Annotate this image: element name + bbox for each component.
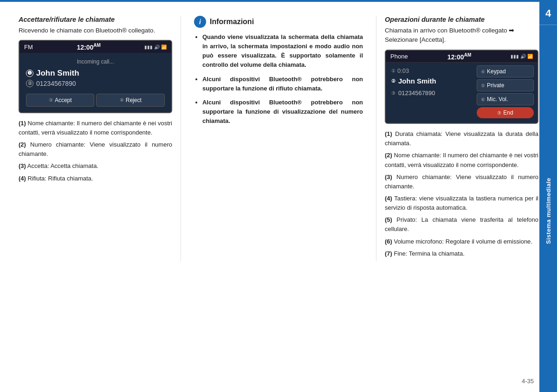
num2-badge-right: ② <box>391 78 395 84</box>
screen2-icons: ▮▮▮ 🔊 📶 <box>511 54 533 59</box>
private-label: Private <box>487 82 504 89</box>
caller-number: 01234567890 <box>36 80 76 87</box>
info-title: Informazioni <box>210 18 254 26</box>
duration-row: ① 0:03 <box>391 67 467 74</box>
info-icon: i <box>194 16 206 28</box>
left-desc-list: (1) Nome chiamante: Il numero del chiama… <box>19 119 172 183</box>
chapter-label: Sistema multimediale <box>545 178 552 244</box>
screen-time: 12:00AM <box>77 43 100 51</box>
right-desc-2: (2) Nome chiamante: Il numero del chiama… <box>385 151 538 169</box>
right-column: Operazioni durante le chiamate Chiamata … <box>376 16 538 261</box>
middle-column: i Informazioni Quando viene visualizzata… <box>181 16 376 261</box>
left-desc-2: (2) Numero chiamante: Viene visualizzato… <box>19 140 172 159</box>
active-call-screen: Phone 12:00AM ▮▮▮ 🔊 📶 ① 0:03 ② John Smit… <box>385 50 538 124</box>
num2-badge: ② <box>26 80 33 87</box>
keypad-btn[interactable]: ④ Keypad <box>477 65 534 77</box>
chapter-sidebar: 4 Sistema multimediale <box>539 2 557 392</box>
keypad-label: Keypad <box>487 68 506 75</box>
screen2-left: ① 0:03 ② John Smith ③ 01234567890 <box>386 63 473 123</box>
mic-vol-btn[interactable]: ⑥ Mic. Vol. <box>477 93 534 105</box>
chapter-number: 4 <box>539 2 557 25</box>
num4-badge-side: ④ <box>481 69 485 74</box>
screen2-label: Phone <box>390 53 408 60</box>
caller-number-row: ② 01234567890 <box>26 80 165 87</box>
screen-fm-label: FM <box>24 44 33 51</box>
info-list: Quando viene visualizzata la schermata d… <box>194 32 363 126</box>
right-desc-3: (3) Numero chiamante: Viene visualizzato… <box>385 173 538 191</box>
screen2-time: 12:00AM <box>447 52 471 61</box>
page-number: 4-35 <box>522 378 534 385</box>
num1-badge: ❶ <box>26 70 33 77</box>
screen-buttons: ③ Accept ④ Reject <box>26 94 165 107</box>
duration-num-badge: ① <box>391 68 395 73</box>
right-section-title: Operazioni durante le chiamate <box>385 16 538 23</box>
info-bullet-3: Alcuni dispositivi Bluetooth® potrebbero… <box>202 98 363 126</box>
accept-btn[interactable]: ③ Accept <box>26 94 94 107</box>
info-bullet-1: Quando viene visualizzata la schermata d… <box>202 32 363 70</box>
num3-badge: ③ <box>49 97 53 103</box>
reject-btn[interactable]: ④ Reject <box>96 94 164 107</box>
screen2-caller-name: ② John Smith <box>391 77 467 85</box>
screen2-body: ① 0:03 ② John Smith ③ 01234567890 ④ <box>386 63 538 123</box>
call-duration: 0:03 <box>397 67 409 74</box>
end-call-btn[interactable]: ⑦ End <box>477 107 534 118</box>
num5-badge-side: ⑤ <box>481 83 485 88</box>
caller-name-row: ❶ John Smith <box>26 69 165 78</box>
mic-vol-label: Mic. Vol. <box>487 96 508 103</box>
right-desc-5: (5) Privato: La chiamata viene trasferit… <box>385 215 538 234</box>
right-subtitle: Chiamata in arrivo con Bluetooth® colleg… <box>385 26 538 45</box>
page-footer: 4-35 <box>522 378 534 385</box>
left-subtitle: Ricevendo le chiamate con Bluetooth® col… <box>19 26 172 35</box>
left-desc-4: (4) Rifiuta: Rifiuta chiamata. <box>19 174 172 183</box>
num6-badge-side: ⑥ <box>481 97 485 102</box>
info-box-header: i Informazioni <box>194 16 363 28</box>
incoming-call-screen: FM 12:00AM ▮▮▮ 🔊 📶 Incoming call... ❶ Jo… <box>19 40 172 113</box>
end-label: End <box>503 109 513 116</box>
screen2-caller-number: ③ 01234567890 <box>391 90 467 96</box>
num4-badge: ④ <box>120 97 124 103</box>
screen2-header: Phone 12:00AM ▮▮▮ 🔊 📶 <box>386 51 538 63</box>
right-desc-4: (4) Tastiera: viene visualizzata la tast… <box>385 194 538 212</box>
right-desc-1: (1) Durata chiamata: Viene visualizzata … <box>385 129 538 148</box>
left-desc-1: (1) Nome chiamante: Il numero del chiama… <box>19 119 172 137</box>
num3-badge-right: ③ <box>391 90 395 96</box>
private-btn[interactable]: ⑤ Private <box>477 79 534 91</box>
screen-header: FM 12:00AM ▮▮▮ 🔊 📶 <box>19 41 171 53</box>
screen-body: Incoming call... ❶ John Smith ② 01234567… <box>19 53 171 112</box>
right-desc-7: (7) Fine: Termina la chiamata. <box>385 249 538 258</box>
incoming-label: Incoming call... <box>26 58 165 65</box>
info-bullet-2: Alcuni dispositivi Bluetooth® potrebbero… <box>202 75 363 93</box>
right-desc-6: (6) Volume microfono: Regolare il volume… <box>385 237 538 246</box>
screen-status-icons: ▮▮▮ 🔊 📶 <box>144 45 167 50</box>
screen2-right: ④ Keypad ⑤ Private ⑥ Mic. Vol. ⑦ End <box>473 63 538 123</box>
caller-name: John Smith <box>36 69 79 78</box>
left-desc-3: (3) Accetta: Accetta chiamata. <box>19 161 172 171</box>
left-column: Accettare/rifiutare le chiamate Ricevend… <box>19 16 181 261</box>
left-section-title: Accettare/rifiutare le chiamate <box>19 16 172 23</box>
right-desc-list: (1) Durata chiamata: Viene visualizzata … <box>385 129 538 258</box>
num7-badge-side: ⑦ <box>497 110 501 116</box>
